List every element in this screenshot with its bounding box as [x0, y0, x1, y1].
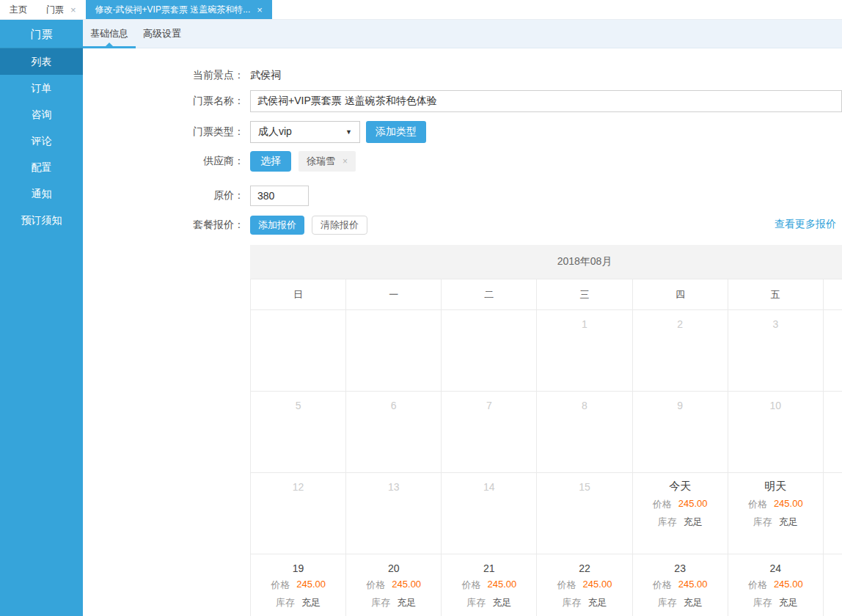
price-label: 价格	[748, 579, 767, 592]
day-number: 11	[824, 392, 842, 411]
day-number	[251, 310, 345, 318]
content-tab[interactable]: 基础信息	[83, 20, 136, 48]
day-number: 19	[251, 554, 345, 574]
stock-line: 库存充足	[251, 596, 345, 609]
sidebar-item-link[interactable]: 咨询	[0, 101, 83, 128]
stock-label: 库存	[371, 596, 390, 609]
day-number: 20	[346, 554, 441, 574]
price-label: 价格	[748, 498, 767, 511]
stock-line: 库存充足	[633, 596, 728, 609]
stock-line: 库存充足	[728, 516, 823, 529]
price-label: 价格	[461, 579, 480, 592]
package-quote-label: 套餐报价：	[83, 219, 250, 232]
stock-label: 库存	[753, 516, 772, 529]
view-more-quotes-link[interactable]: 查看更多报价	[775, 218, 836, 231]
price-value: 245.00	[296, 579, 326, 592]
calendar-day-cell[interactable]: 22价格245.00库存充足	[537, 554, 632, 616]
day-number: 9	[633, 392, 728, 411]
ticket-type-select[interactable]: 成人vip ▼	[250, 121, 360, 143]
window-tab-label: 修改-武侯祠+VIP票套票 送盖碗茶和特...	[95, 4, 251, 16]
calendar-day-cell[interactable]: 24价格245.00库存充足	[728, 554, 824, 616]
stock-label: 库存	[753, 596, 772, 609]
calendar-day-cell: 6	[346, 392, 442, 473]
stock-value: 充足	[684, 516, 703, 529]
day-number	[442, 310, 536, 318]
stock-value: 充足	[684, 596, 703, 609]
sidebar: 门票 列表订单咨询评论配置通知预订须知	[0, 20, 83, 616]
stock-value: 充足	[587, 596, 607, 609]
calendar-day-cell: 5	[251, 392, 346, 473]
day-number: 3	[728, 310, 823, 330]
price-line: 价格245.00	[633, 498, 728, 511]
sidebar-item-link[interactable]: 订单	[0, 75, 83, 101]
calendar-header: 2018年08月	[250, 245, 842, 279]
calendar-day-cell: 7	[442, 392, 537, 473]
calendar-day-cell[interactable]: 18价格245.00库存充足	[824, 473, 842, 554]
calendar-day-cell[interactable]: 明天价格245.00库存充足	[728, 473, 824, 554]
price-value: 245.00	[678, 498, 708, 511]
price-line: 价格245.00	[728, 579, 823, 592]
supplier-row: 供应商： 选择 徐瑞雪 ×	[83, 151, 842, 172]
remove-supplier-icon[interactable]: ×	[343, 156, 348, 166]
sidebar-item-link[interactable]: 配置	[0, 154, 83, 180]
window-tab[interactable]: 修改-武侯祠+VIP票套票 送盖碗茶和特...×	[86, 0, 272, 19]
calendar-day-cell[interactable]: 25价格245.00库存充足	[824, 554, 842, 616]
stock-line: 库存充足	[633, 516, 728, 529]
content-tab[interactable]: 高级设置	[136, 20, 188, 48]
day-number: 13	[346, 473, 441, 493]
price-label: 价格	[366, 579, 385, 592]
calendar-day-cell[interactable]: 今天价格245.00库存充足	[633, 473, 728, 554]
sidebar-item-link[interactable]: 通知	[0, 180, 83, 207]
supplier-label: 供应商：	[83, 155, 250, 168]
sidebar-item-selected[interactable]: 列表	[0, 48, 83, 75]
stock-value: 充足	[301, 596, 321, 609]
ticket-type-row: 门票类型： 成人vip ▼ 添加类型	[83, 121, 842, 143]
sidebar-item-link[interactable]: 预订须知	[0, 207, 83, 233]
clear-quote-button[interactable]: 清除报价	[312, 216, 367, 235]
stock-label: 库存	[276, 596, 295, 609]
day-number: 5	[251, 392, 345, 411]
price-value: 245.00	[678, 579, 708, 592]
calendar-day-cell[interactable]: 20价格245.00库存充足	[346, 554, 442, 616]
supplier-tag-label: 徐瑞雪	[307, 155, 335, 168]
stock-line: 库存充足	[346, 596, 441, 609]
original-price-input[interactable]	[250, 186, 309, 206]
package-quote-row: 套餐报价： 添加报价 清除报价 查看更多报价	[83, 216, 842, 235]
current-scenic-label: 当前景点：	[83, 69, 250, 82]
ticket-type-label: 门票类型：	[83, 125, 250, 139]
current-scenic-value: 武侯祠	[250, 69, 281, 82]
ticket-name-input[interactable]	[250, 90, 842, 112]
add-quote-button[interactable]: 添加报价	[250, 216, 304, 235]
day-number: 今天	[633, 473, 728, 494]
price-line: 价格245.00	[633, 579, 728, 592]
weekday-header: 二	[442, 279, 537, 310]
select-supplier-button[interactable]: 选择	[250, 151, 291, 172]
price-value: 245.00	[583, 579, 612, 592]
calendar-day-cell: 15	[537, 473, 632, 554]
price-label: 价格	[653, 579, 672, 592]
day-number: 7	[442, 392, 536, 411]
price-line: 价格245.00	[824, 497, 842, 510]
calendar-day-cell: 9	[633, 392, 728, 473]
day-number: 6	[346, 392, 441, 411]
price-line: 价格245.00	[346, 579, 441, 592]
window-tab[interactable]: 主页	[0, 0, 37, 19]
sidebar-item-link[interactable]: 评论	[0, 128, 83, 154]
original-price-label: 原价：	[83, 189, 250, 202]
calendar-day-cell[interactable]: 23价格245.00库存充足	[633, 554, 728, 616]
ticket-type-selected-value: 成人vip	[258, 125, 292, 139]
day-number	[346, 310, 441, 318]
calendar-day-cell: 12	[251, 473, 346, 554]
price-label: 价格	[557, 579, 576, 592]
stock-value: 充足	[779, 596, 798, 609]
close-icon[interactable]: ×	[257, 5, 263, 15]
window-tab[interactable]: 门票×	[37, 0, 86, 19]
add-type-button[interactable]: 添加类型	[366, 121, 426, 143]
calendar-day-cell[interactable]: 19价格245.00库存充足	[251, 554, 346, 616]
window-tab-bar: 主页门票×修改-武侯祠+VIP票套票 送盖碗茶和特...×	[0, 0, 842, 20]
calendar-day-cell[interactable]: 21价格245.00库存充足	[442, 554, 537, 616]
original-price-row: 原价：	[83, 186, 842, 206]
day-number: 18	[824, 473, 842, 493]
close-icon[interactable]: ×	[70, 5, 76, 15]
stock-value: 充足	[397, 596, 416, 609]
